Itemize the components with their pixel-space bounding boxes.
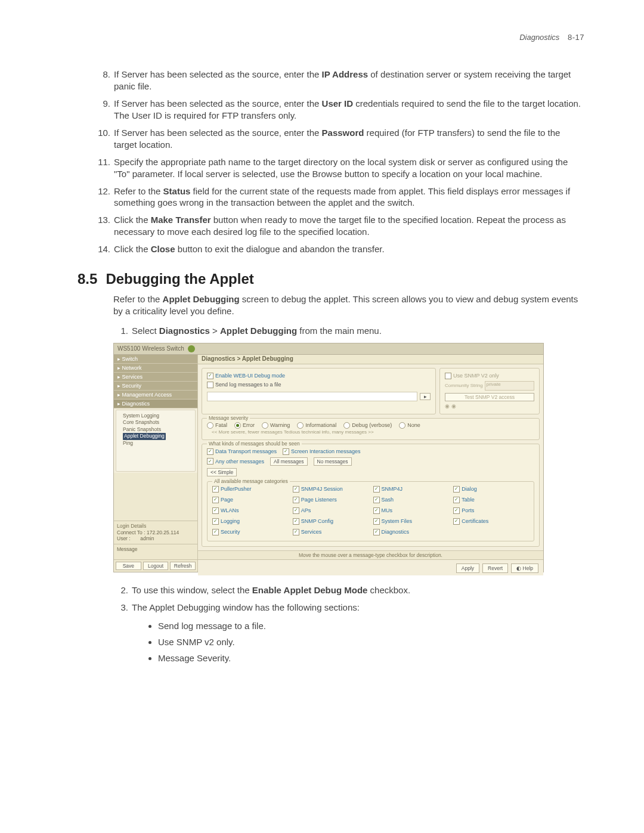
tree-item[interactable]: Ping xyxy=(119,440,193,447)
category-checkbox[interactable]: ✓Certificates xyxy=(453,518,529,525)
seen-fieldset: What kinds of messages should be seen ✓D… xyxy=(202,444,540,547)
revert-button[interactable]: Revert xyxy=(482,563,508,573)
send-log-checkbox[interactable]: Send log messages to a file xyxy=(207,382,431,388)
severity-radio[interactable]: Fatal xyxy=(207,422,227,429)
severity-radio[interactable]: Informational xyxy=(297,422,336,429)
apply-button[interactable]: Apply xyxy=(456,563,479,573)
community-string-input[interactable]: private xyxy=(485,381,534,391)
step-3: 3. The Applet Debugging window has the f… xyxy=(78,602,584,614)
tree-item[interactable]: Core Snapshots xyxy=(119,419,193,426)
category-checkbox[interactable]: ✓Sash xyxy=(373,497,449,503)
tree-item[interactable]: System Logging xyxy=(119,413,193,419)
sidebar-footer-buttons: SaveLogoutRefresh xyxy=(114,559,197,572)
category-checkbox[interactable]: ✓Page Listeners xyxy=(293,497,369,503)
category-checkbox[interactable]: ✓WLANs xyxy=(212,507,288,514)
logout-button[interactable]: Logout xyxy=(143,562,169,570)
description-bar: Move the mouse over a message-type check… xyxy=(198,550,543,559)
category-checkbox[interactable]: ✓Ports xyxy=(453,507,529,514)
footer-buttons: ApplyRevert◐ Help xyxy=(198,559,543,575)
snmp-fieldset: Use SNMP V2 only Community String privat… xyxy=(439,368,540,414)
brand-logo-icon xyxy=(188,345,195,352)
enable-debug-checkbox[interactable]: ✓Enable WEB-UI Debug mode xyxy=(207,373,431,379)
category-checkbox[interactable]: ✓System Files xyxy=(373,518,449,525)
severity-radio[interactable]: Warning xyxy=(262,422,290,429)
sidebar-item[interactable]: ▸ Security xyxy=(114,382,197,391)
severity-fieldset: Message severity FatalErrorWarningInform… xyxy=(202,418,540,440)
bullet-item: Use SNMP v2 only. xyxy=(158,635,584,649)
sidebar: ▸ Switch▸ Network▸ Services▸ Security▸ M… xyxy=(114,355,198,572)
category-checkbox xyxy=(453,529,529,535)
category-checkbox[interactable]: ✓Diagnostics xyxy=(373,529,449,535)
severity-radio[interactable]: Debug (verbose) xyxy=(343,422,392,429)
procedure-step: 13.Click the Make Transfer button when r… xyxy=(78,214,584,238)
tree-item[interactable]: Panic Snapshots xyxy=(119,426,193,433)
chapter-name: Diagnostics xyxy=(519,33,559,42)
category-checkbox[interactable]: ✓Page xyxy=(212,497,288,503)
applet-debugging-window: WS5100 Wireless Switch ▸ Switch▸ Network… xyxy=(113,343,544,572)
section-bullets: Send log message to a file.Use SNMP v2 o… xyxy=(158,619,584,665)
screen-interaction-checkbox[interactable]: ✓Screen Interaction messages xyxy=(283,448,361,455)
category-checkbox[interactable]: ✓Security xyxy=(212,529,288,535)
window-title: WS5100 Wireless Switch xyxy=(117,345,184,352)
procedure-step: 12.Refer to the Status field for the cur… xyxy=(78,185,584,209)
breadcrumb: Diagnostics > Applet Debugging xyxy=(198,355,543,364)
category-checkbox[interactable]: ✓SNMP4J xyxy=(373,486,449,493)
procedure-step: 9.If Server has been selected as the sou… xyxy=(78,98,584,122)
message-panel: Message xyxy=(114,544,197,559)
save-button[interactable]: Save xyxy=(116,562,141,570)
category-checkbox[interactable]: ✓MUs xyxy=(373,507,449,514)
procedure-step: 8.If Server has been selected as the sou… xyxy=(78,69,584,92)
all-messages-button[interactable]: All messages xyxy=(270,457,308,466)
title-bar: WS5100 Wireless Switch xyxy=(114,343,543,355)
log-file-input[interactable] xyxy=(207,392,417,401)
procedure-step: 14.Click the Close button to exit the di… xyxy=(78,243,584,255)
severity-radio[interactable]: Error xyxy=(234,422,255,429)
sidebar-item[interactable]: ▸ Network xyxy=(114,364,197,373)
simple-button[interactable]: << Simple xyxy=(207,468,237,476)
procedure-step: 11.Specify the appropriate path name to … xyxy=(78,156,584,180)
category-checkbox[interactable]: ✓Services xyxy=(293,529,369,535)
refresh-button[interactable]: Refresh xyxy=(170,562,196,570)
running-head: Diagnostics 8-17 xyxy=(519,33,584,42)
help-button[interactable]: ◐ Help xyxy=(511,563,538,573)
category-checkbox[interactable]: ✓APs xyxy=(293,507,369,514)
category-checkbox[interactable]: ✓Table xyxy=(453,497,529,503)
categories-fieldset: All available message categories ✓Puller… xyxy=(207,481,534,541)
browse-icon[interactable]: ▸ xyxy=(420,393,431,400)
section-title: Debugging the Applet xyxy=(106,271,253,287)
category-checkbox[interactable]: ✓PullerPusher xyxy=(212,486,288,493)
procedure-steps: 8.If Server has been selected as the sou… xyxy=(78,69,584,255)
diagnostics-tree: System Logging Core Snapshots Panic Snap… xyxy=(116,410,196,472)
bullet-item: Message Severity. xyxy=(158,651,584,665)
tree-item[interactable]: Applet Debugging xyxy=(119,433,193,439)
data-transport-checkbox[interactable]: ✓Data Transport messages xyxy=(207,448,277,455)
bullet-item: Send log message to a file. xyxy=(158,619,584,633)
section-intro: Refer to the Applet Debugging screen to … xyxy=(113,293,584,318)
category-checkbox[interactable]: ✓SNMP Config xyxy=(293,518,369,525)
category-checkbox[interactable]: ✓Logging xyxy=(212,518,288,525)
severity-radio[interactable]: None xyxy=(399,422,420,429)
sidebar-item[interactable]: ▸ Diagnostics xyxy=(114,400,197,408)
main-panel: Diagnostics > Applet Debugging ✓Enable W… xyxy=(198,355,543,572)
any-other-checkbox[interactable]: ✓Any other messages xyxy=(207,458,264,465)
category-checkbox[interactable]: ✓SNMP4J Session xyxy=(293,486,369,493)
section-heading: 8.5 Debugging the Applet xyxy=(78,271,584,287)
use-snmp-v2-checkbox[interactable]: Use SNMP V2 only xyxy=(445,373,534,379)
debug-mode-fieldset: ✓Enable WEB-UI Debug mode Send log messa… xyxy=(202,368,436,414)
step-1: 1. Select Diagnostics > Applet Debugging… xyxy=(78,325,584,337)
sidebar-item[interactable]: ▸ Switch xyxy=(114,355,197,364)
test-snmp-button[interactable]: Test SNMP V2 access xyxy=(445,393,534,401)
page-number: 8-17 xyxy=(568,33,584,42)
no-messages-button[interactable]: No messages xyxy=(314,457,352,466)
step-2: 2. To use this window, select the Enable… xyxy=(78,584,584,596)
sidebar-item[interactable]: ▸ Services xyxy=(114,373,197,382)
login-details-panel: Login Details Connect To : 172.20.25.114… xyxy=(114,521,197,544)
section-number: 8.5 xyxy=(78,271,97,287)
procedure-step: 10.If Server has been selected as the so… xyxy=(78,127,584,151)
category-checkbox[interactable]: ✓Dialog xyxy=(453,486,529,493)
sidebar-item[interactable]: ▸ Management Access xyxy=(114,391,197,400)
